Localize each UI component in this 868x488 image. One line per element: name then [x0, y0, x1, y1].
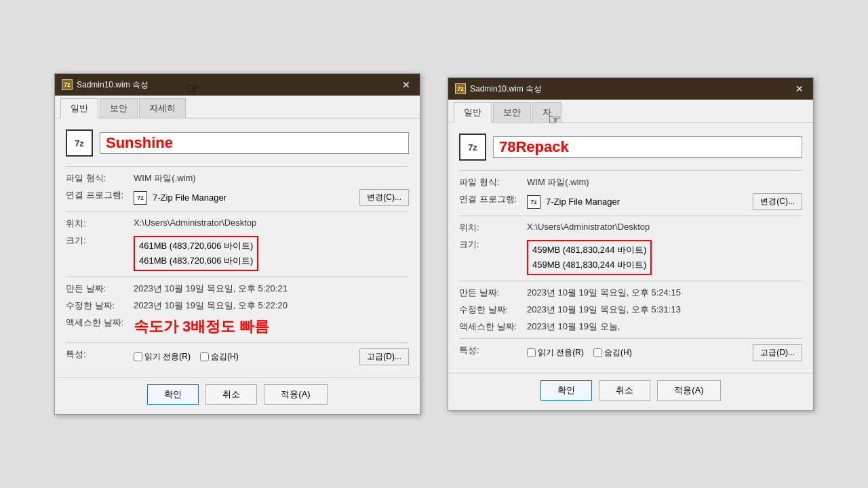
right-accessed-label: 액세스한 날짜: — [459, 321, 527, 333]
right-title-bar-left: 7z Sadmin10.wim 속성 — [455, 83, 542, 95]
left-created-value: 2023년 10월 19일 목요일, 오후 5:20:21 — [134, 283, 409, 295]
right-change-button[interactable]: 변경(C)... — [753, 193, 802, 210]
left-accessed-label: 액세스한 날짜: — [66, 317, 134, 329]
right-attr-row: 특성: 읽기 전용(R) 숨김(H) 고급(D)... — [459, 344, 802, 361]
right-size-box: 459MB (481,830,244 바이트) 459MB (481,830,2… — [527, 240, 652, 275]
right-tabs: 일반 보안 자 — [448, 100, 813, 123]
right-apply-button[interactable]: 적용(A) — [657, 380, 720, 401]
left-attr-content: 읽기 전용(R) 숨김(H) 고급(D)... — [134, 348, 409, 365]
right-title-icon: 7z — [455, 83, 466, 94]
left-advanced-button[interactable]: 고급(D)... — [359, 348, 409, 365]
right-assoc-name: 7-Zip File Manager — [546, 197, 620, 207]
right-title-bar: 7z Sadmin10.wim 속성 ✕ — [448, 78, 813, 100]
left-title-icon: 7z — [62, 79, 73, 90]
left-modified-row: 수정한 날짜: 2023년 10월 19일 목요일, 오후 5:22:20 — [66, 300, 409, 312]
left-location-label: 위치: — [66, 218, 134, 230]
right-file-name: 78Repack — [499, 138, 569, 156]
left-title-bar: 7z Sadmin10.wim 속성 ✕ — [55, 74, 420, 96]
left-name-box: Sunshine — [100, 132, 409, 154]
right-accessed-row: 액세스한 날짜: 2023년 10월 19일 오늘, — [459, 321, 802, 333]
right-location-value: X:\Users\Administrator\Desktop — [527, 222, 802, 232]
left-assoc-icon: 7z — [134, 191, 147, 205]
right-attr-content: 읽기 전용(R) 숨김(H) 고급(D)... — [527, 344, 802, 361]
left-apply-button[interactable]: 적용(A) — [264, 384, 327, 405]
left-size-value: 461MB (483,720,606 바이트) — [139, 240, 253, 252]
right-accessed-value: 2023년 10월 19일 오늘, — [527, 321, 802, 333]
right-attr-label: 특성: — [459, 344, 527, 357]
left-format-row: 파일 형식: WIM 파일(.wim) — [66, 172, 409, 184]
right-footer: 확인 취소 적용(A) — [448, 373, 813, 410]
left-file-name: Sunshine — [106, 134, 173, 152]
right-hidden-text: 숨김(H) — [604, 347, 632, 359]
right-created-label: 만든 날짜: — [459, 287, 527, 299]
right-created-value: 2023년 10월 19일 목요일, 오후 5:24:15 — [527, 287, 802, 299]
left-cancel-button[interactable]: 취소 — [205, 384, 257, 405]
right-sep3 — [459, 281, 802, 281]
right-format-label: 파일 형식: — [459, 176, 527, 188]
left-sep2 — [66, 211, 409, 212]
left-readonly-text: 읽기 전용(R) — [144, 351, 191, 363]
right-created-row: 만든 날짜: 2023년 10월 19일 목요일, 오후 5:24:15 — [459, 287, 802, 299]
left-title-text: Sadmin10.wim 속성 — [77, 79, 149, 91]
left-location-row: 위치: X:\Users\Administrator\Desktop — [66, 218, 409, 230]
right-title-text: Sadmin10.wim 속성 — [470, 83, 542, 95]
right-format-row: 파일 형식: WIM 파일(.wim) — [459, 176, 802, 188]
right-size-label: 크기: — [459, 239, 527, 251]
right-confirm-button[interactable]: 확인 — [540, 380, 592, 401]
left-disk-value: 461MB (483,720,606 바이트) — [139, 255, 253, 267]
right-readonly-label[interactable]: 읽기 전용(R) — [527, 347, 584, 359]
left-sep1 — [66, 166, 409, 167]
right-format-value: WIM 파일(.wim) — [527, 176, 802, 188]
left-created-label: 만든 날짜: — [66, 283, 134, 295]
right-close-button[interactable]: ✕ — [793, 83, 806, 94]
right-assoc-label: 연결 프로그램: — [459, 193, 527, 205]
left-readonly-label[interactable]: 읽기 전용(R) — [134, 351, 191, 363]
right-name-row: 7z 78Repack — [459, 134, 802, 161]
right-tab-detail[interactable]: 자 — [532, 102, 561, 122]
right-dialog: 7z Sadmin10.wim 속성 ✕ 일반 보안 자 7z 78Repack… — [448, 77, 814, 411]
left-footer: 확인 취소 적용(A) — [55, 377, 420, 414]
left-accessed-row: 액세스한 날짜: 속도가 3배정도 빠름 — [66, 317, 409, 337]
left-hidden-label[interactable]: 숨김(H) — [200, 351, 239, 363]
right-advanced-button[interactable]: 고급(D)... — [753, 344, 802, 361]
right-hidden-label[interactable]: 숨김(H) — [593, 347, 632, 359]
right-tab-general[interactable]: 일반 — [454, 102, 492, 123]
right-sep4 — [459, 338, 802, 339]
left-7zip-icon: 7z — [66, 129, 93, 157]
right-hidden-checkbox[interactable] — [593, 348, 602, 357]
left-location-value: X:\Users\Administrator\Desktop — [134, 218, 409, 228]
left-created-row: 만든 날짜: 2023년 10월 19일 목요일, 오후 5:20:21 — [66, 283, 409, 295]
right-name-box: 78Repack — [493, 136, 802, 158]
left-confirm-button[interactable]: 확인 — [147, 384, 199, 405]
left-size-label: 크기: — [66, 235, 134, 247]
left-change-button[interactable]: 변경(C)... — [359, 189, 409, 206]
right-tab-security[interactable]: 보안 — [493, 102, 531, 122]
left-hidden-checkbox[interactable] — [200, 352, 209, 361]
right-location-row: 위치: X:\Users\Administrator\Desktop — [459, 222, 802, 234]
left-modified-value: 2023년 10월 19일 목요일, 오후 5:22:20 — [134, 300, 409, 312]
right-modified-label: 수정한 날짜: — [459, 304, 527, 316]
left-readonly-checkbox[interactable] — [134, 352, 142, 361]
right-size-value: 459MB (481,830,244 바이트) — [532, 244, 646, 256]
left-tab-security[interactable]: 보안 — [100, 98, 138, 118]
left-dialog: 7z Sadmin10.wim 속성 ✕ 일반 보안 자세히 7z Sunshi… — [54, 73, 420, 415]
right-dialog-body: 7z 78Repack 파일 형식: WIM 파일(.wim) 연결 프로그램:… — [448, 123, 813, 373]
left-assoc-content: 7z 7-Zip File Manager 변경(C)... — [134, 189, 409, 206]
right-readonly-checkbox[interactable] — [527, 348, 536, 357]
right-location-label: 위치: — [459, 222, 527, 234]
left-size-box: 461MB (483,720,606 바이트) 461MB (483,720,6… — [134, 236, 258, 271]
right-cancel-button[interactable]: 취소 — [599, 380, 650, 401]
left-close-button[interactable]: ✕ — [399, 79, 413, 90]
left-attr-label: 특성: — [66, 348, 134, 361]
left-tab-general[interactable]: 일반 — [60, 98, 98, 119]
left-dialog-wrapper: 7z Sadmin10.wim 속성 ✕ 일반 보안 자세히 7z Sunshi… — [54, 73, 420, 415]
left-tabs: 일반 보안 자세히 — [55, 96, 420, 119]
left-sep3 — [66, 277, 409, 277]
right-7zip-icon: 7z — [459, 134, 486, 161]
left-title-bar-left: 7z Sadmin10.wim 속성 — [62, 79, 149, 91]
right-readonly-text: 읽기 전용(R) — [538, 347, 584, 359]
right-sep2 — [459, 216, 802, 216]
left-assoc-row: 연결 프로그램: 7z 7-Zip File Manager 변경(C)... — [66, 189, 409, 206]
left-hidden-text: 숨김(H) — [211, 351, 239, 363]
left-tab-detail[interactable]: 자세히 — [139, 98, 186, 118]
